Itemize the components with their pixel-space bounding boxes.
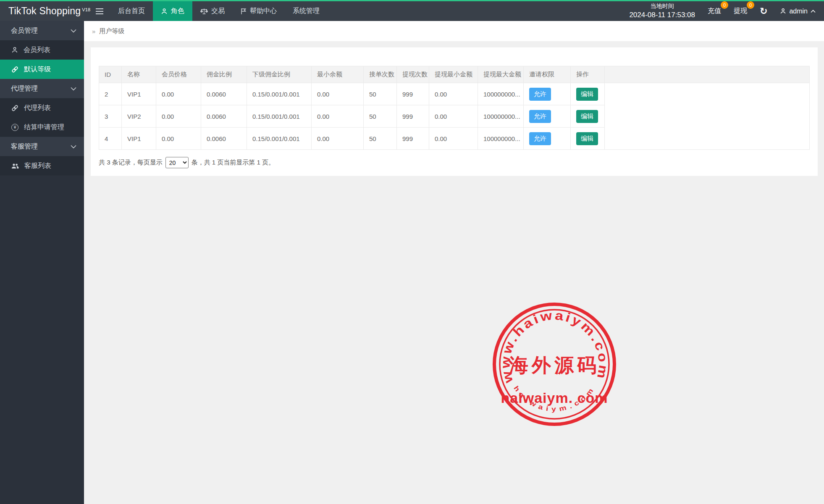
edit-button[interactable]: 编辑 bbox=[576, 88, 598, 101]
cell-wd-times: 999 bbox=[397, 128, 429, 150]
cell-price: 0.00 bbox=[156, 105, 201, 128]
refresh-icon[interactable]: ↻ bbox=[760, 7, 767, 16]
allow-button[interactable]: 允许 bbox=[529, 132, 551, 145]
sidebar-group-support[interactable]: 客服管理 bbox=[0, 137, 84, 156]
cell-sub-rate: 0.15/0.001/0.001 bbox=[247, 105, 312, 128]
edit-button[interactable]: 编辑 bbox=[576, 132, 598, 145]
admin-menu[interactable]: admin bbox=[780, 8, 816, 15]
col-header-sub-rate: 下级佣金比例 bbox=[247, 66, 312, 83]
col-header-min-balance: 最小余额 bbox=[312, 66, 364, 83]
col-header-wd-times: 提现次数 bbox=[397, 66, 429, 83]
nav-item-roles[interactable]: 角色 bbox=[153, 1, 192, 21]
page-title: 用户等级 bbox=[99, 27, 124, 35]
sidebar-item-label: 会员列表 bbox=[24, 46, 50, 55]
top-header: TikTok Shopping V18 后台首页 角色 交易 bbox=[0, 0, 824, 21]
link-icon bbox=[11, 66, 18, 73]
sidebar-item-label: 结算申请管理 bbox=[24, 123, 64, 132]
stamp-center-text: 海外源码 bbox=[509, 354, 600, 376]
cell-rate: 0.0060 bbox=[201, 105, 247, 128]
sidebar-group-label: 客服管理 bbox=[11, 142, 38, 151]
top-nav: 后台首页 角色 交易 帮助中心 系统管理 bbox=[89, 1, 328, 21]
cell-id: 3 bbox=[99, 105, 122, 128]
scales-icon bbox=[200, 8, 208, 15]
cell-price: 0.00 bbox=[156, 128, 201, 150]
cell-id: 2 bbox=[99, 83, 122, 105]
brand-version: V18 bbox=[82, 7, 90, 12]
cell-rate: 0.0060 bbox=[201, 83, 247, 105]
nav-item-label: 帮助中心 bbox=[250, 7, 277, 16]
nav-item-label: 后台首页 bbox=[118, 7, 145, 16]
sidebar-group-agents[interactable]: 代理管理 bbox=[0, 79, 84, 98]
cell-invite: 允许 bbox=[524, 128, 571, 150]
cell-min-balance: 0.00 bbox=[312, 128, 364, 150]
main-content: » 用户等级 ID 名称 会员价格 佣金比例 下级佣金比例 最小余额 接单次数 … bbox=[84, 21, 824, 176]
local-time-block: 当地时间 2024-08-11 17:53:08 bbox=[629, 2, 695, 20]
recharge-label: 充值 bbox=[708, 7, 721, 14]
sidebar-item-label: 客服列表 bbox=[24, 162, 51, 170]
cell-min-balance: 0.00 bbox=[312, 83, 364, 105]
sidebar-group-label: 代理管理 bbox=[11, 84, 38, 93]
cell-price: 0.00 bbox=[156, 83, 201, 105]
admin-user-icon bbox=[780, 8, 786, 14]
users-icon bbox=[11, 163, 19, 169]
cell-invite: 允许 bbox=[524, 83, 571, 105]
sidebar-item-member-list[interactable]: 会员列表 bbox=[0, 40, 84, 60]
sidebar-item-settlement[interactable]: ¥ 结算申请管理 bbox=[0, 118, 84, 137]
nav-item-system[interactable]: 系统管理 bbox=[285, 1, 328, 21]
user-icon bbox=[161, 8, 168, 15]
hamburger-icon bbox=[96, 8, 103, 14]
col-header-orders: 接单次数 bbox=[364, 66, 397, 83]
cell-spacer bbox=[605, 83, 810, 150]
withdraw-button[interactable]: 提现 0 bbox=[734, 7, 747, 16]
cell-wd-max: 100000000... bbox=[478, 83, 524, 105]
col-header-rate: 佣金比例 bbox=[201, 66, 247, 83]
col-header-wd-max: 提现最大金额 bbox=[478, 66, 524, 83]
sidebar-toggle-button[interactable] bbox=[89, 1, 110, 21]
chevron-up-icon bbox=[811, 10, 816, 13]
sidebar-item-support-list[interactable]: 客服列表 bbox=[0, 156, 84, 175]
page-size-select[interactable]: 20 bbox=[165, 157, 189, 168]
cell-orders: 50 bbox=[364, 105, 397, 128]
user-icon bbox=[11, 47, 18, 53]
allow-button[interactable]: 允许 bbox=[529, 110, 551, 123]
watermark-stamp: www.haiwaiym.com 海外源码 haiwaiym. com haiw… bbox=[491, 301, 617, 427]
col-header-id: ID bbox=[99, 66, 122, 83]
withdraw-badge: 0 bbox=[747, 1, 754, 9]
user-level-table: ID 名称 会员价格 佣金比例 下级佣金比例 最小余额 接单次数 提现次数 提现… bbox=[99, 66, 810, 150]
col-header-price: 会员价格 bbox=[156, 66, 201, 83]
nav-item-trade[interactable]: 交易 bbox=[192, 1, 233, 21]
cell-wd-times: 999 bbox=[397, 83, 429, 105]
cell-actions: 编辑 bbox=[571, 83, 605, 105]
sidebar-group-label: 会员管理 bbox=[11, 26, 38, 35]
allow-button[interactable]: 允许 bbox=[529, 88, 551, 101]
brand-title: TikTok Shopping bbox=[8, 5, 81, 17]
nav-item-label: 角色 bbox=[171, 7, 184, 16]
sidebar-item-default-level[interactable]: 默认等级 bbox=[0, 60, 84, 79]
admin-username: admin bbox=[789, 8, 808, 15]
col-header-invite: 邀请权限 bbox=[524, 66, 571, 83]
breadcrumb: » 用户等级 bbox=[84, 21, 824, 41]
col-header-name: 名称 bbox=[122, 66, 156, 83]
chevron-down-icon bbox=[71, 29, 76, 33]
cell-orders: 50 bbox=[364, 83, 397, 105]
user-level-panel: ID 名称 会员价格 佣金比例 下级佣金比例 最小余额 接单次数 提现次数 提现… bbox=[91, 47, 818, 176]
cell-sub-rate: 0.15/0.001/0.001 bbox=[247, 128, 312, 150]
edit-button[interactable]: 编辑 bbox=[576, 110, 598, 123]
sidebar-item-agent-list[interactable]: 代理列表 bbox=[0, 98, 84, 118]
recharge-button[interactable]: 充值 0 bbox=[708, 7, 721, 16]
pagination-suffix: 条，共 1 页当前显示第 1 页。 bbox=[192, 159, 275, 167]
nav-item-label: 交易 bbox=[211, 7, 225, 16]
nav-item-dashboard[interactable]: 后台首页 bbox=[110, 1, 153, 21]
flag-icon bbox=[241, 8, 247, 15]
cell-sub-rate: 0.15/0.001/0.001 bbox=[247, 83, 312, 105]
recharge-badge: 0 bbox=[721, 1, 728, 9]
cell-name: VIP1 bbox=[122, 128, 156, 150]
sidebar-group-members[interactable]: 会员管理 bbox=[0, 21, 84, 40]
cell-wd-min: 0.00 bbox=[429, 83, 478, 105]
withdraw-label: 提现 bbox=[734, 7, 747, 14]
cell-rate: 0.0060 bbox=[201, 128, 247, 150]
cell-name: VIP1 bbox=[122, 83, 156, 105]
col-header-wd-min: 提现最小金额 bbox=[429, 66, 478, 83]
cell-orders: 50 bbox=[364, 128, 397, 150]
nav-item-help-center[interactable]: 帮助中心 bbox=[233, 1, 285, 21]
